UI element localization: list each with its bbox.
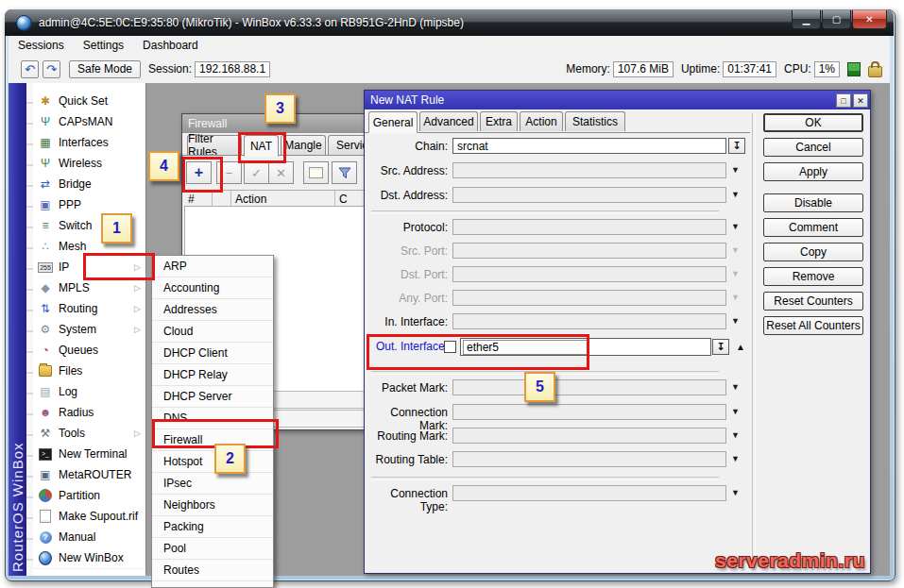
submenu-item-dhcp-server[interactable]: DHCP Server bbox=[152, 386, 273, 408]
src-address-input[interactable] bbox=[452, 162, 726, 178]
separator bbox=[371, 210, 719, 214]
chevron-down-icon[interactable]: ▼ bbox=[731, 430, 740, 440]
chevron-down-icon[interactable]: ▼ bbox=[731, 382, 740, 392]
dst-address-input[interactable] bbox=[452, 187, 726, 203]
any-port-input[interactable] bbox=[452, 290, 726, 306]
chevron-down-icon[interactable]: ▼ bbox=[731, 165, 740, 175]
sidebar-item-new-winbox[interactable]: New WinBox bbox=[33, 547, 145, 569]
menu-dashboard[interactable]: Dashboard bbox=[133, 36, 208, 55]
sidebar-item-capsman[interactable]: ΨCAPsMAN bbox=[33, 111, 145, 133]
tab-general[interactable]: General bbox=[368, 111, 418, 133]
maximize-button[interactable]: ▢ bbox=[822, 10, 851, 29]
chevron-down-icon[interactable]: ▼ bbox=[731, 407, 740, 416]
tab-filter-rules[interactable]: Filter Rules bbox=[187, 135, 242, 155]
tab-action[interactable]: Action bbox=[520, 111, 563, 131]
apply-button[interactable]: Apply bbox=[763, 162, 863, 181]
connection-type-input[interactable] bbox=[452, 485, 726, 501]
sidebar-item-metarouter[interactable]: ▣MetaROUTER bbox=[33, 464, 145, 486]
col-action[interactable]: Action bbox=[231, 191, 335, 207]
close-button[interactable]: ✕ bbox=[852, 10, 887, 29]
remove-button[interactable]: Remove bbox=[763, 267, 863, 286]
dst-port-input[interactable] bbox=[452, 266, 726, 282]
copy-button[interactable]: Copy bbox=[763, 243, 863, 261]
menu-settings[interactable]: Settings bbox=[74, 36, 133, 55]
out-interface-dropdown-button[interactable]: ↧ bbox=[712, 339, 729, 355]
undo-button[interactable]: ↶ bbox=[21, 60, 39, 78]
chevron-down-icon[interactable]: ▼ bbox=[731, 454, 740, 463]
connection-mark-input[interactable] bbox=[452, 404, 726, 420]
in-interface-input[interactable] bbox=[452, 313, 726, 329]
reset-all-counters-button[interactable]: Reset All Counters bbox=[763, 316, 863, 335]
tab-advanced[interactable]: Advanced bbox=[419, 111, 478, 131]
col-number[interactable]: # bbox=[184, 191, 213, 207]
submenu-item-smb[interactable]: SMB bbox=[152, 581, 273, 588]
safe-mode-button[interactable]: Safe Mode bbox=[69, 60, 141, 78]
sidebar-item-mpls[interactable]: ◆MPLS▷ bbox=[33, 277, 145, 299]
submenu-item-ipsec[interactable]: IPsec bbox=[152, 473, 273, 495]
disable-button[interactable]: Disable bbox=[763, 193, 863, 212]
submenu-item-neighbors[interactable]: Neighbors bbox=[152, 495, 273, 516]
redo-button[interactable]: ↷ bbox=[43, 60, 60, 78]
submenu-item-cloud[interactable]: Cloud bbox=[152, 321, 273, 343]
sidebar-item-log[interactable]: ▤Log bbox=[33, 381, 145, 403]
submenu-item-routes[interactable]: Routes bbox=[152, 560, 273, 581]
reset-counters-button[interactable]: Reset Counters bbox=[763, 292, 863, 311]
routing-table-input[interactable] bbox=[452, 451, 726, 467]
submenu-item-addresses[interactable]: Addresses bbox=[152, 299, 273, 321]
tab-extra[interactable]: Extra bbox=[480, 111, 518, 131]
chevron-down-icon[interactable]: ▼ bbox=[731, 190, 740, 199]
submenu-item-dhcp-client[interactable]: DHCP Client bbox=[152, 343, 273, 364]
src-port-input[interactable] bbox=[452, 243, 726, 259]
minimize-button[interactable]: ▁ bbox=[792, 10, 821, 29]
cancel-button[interactable]: Cancel bbox=[763, 138, 863, 157]
comment-rule-button[interactable] bbox=[303, 161, 329, 184]
sidebar-item-manual[interactable]: ?Manual bbox=[33, 527, 145, 548]
chevron-down-icon[interactable]: ▼ bbox=[731, 488, 740, 497]
sidebar-item-partition[interactable]: Partition bbox=[33, 485, 145, 507]
submenu-item-packing[interactable]: Packing bbox=[152, 516, 273, 538]
sidebar-item-queues[interactable]: ◔Queues bbox=[33, 340, 145, 361]
collapse-up-icon[interactable]: ▲ bbox=[736, 342, 745, 352]
menu-sessions[interactable]: Sessions bbox=[9, 36, 74, 55]
nat-title-bar[interactable]: New NAT Rule bbox=[365, 91, 870, 109]
tab-mangle[interactable]: Mangle bbox=[281, 135, 326, 155]
filter-button[interactable] bbox=[332, 161, 357, 184]
nat-maximize-button[interactable]: □ bbox=[836, 93, 851, 108]
chevron-down-icon[interactable]: ▼ bbox=[731, 222, 740, 231]
sidebar-item-new-terminal[interactable]: >_New Terminal bbox=[33, 444, 145, 465]
sidebar-item-quick-set[interactable]: ✱Quick Set bbox=[33, 91, 145, 112]
sidebar-item-tools[interactable]: ⚒Tools▷ bbox=[33, 423, 145, 445]
title-bar[interactable]: admin@4C:5E:0C:E9:35:80 (MikroTik) - Win… bbox=[5, 9, 894, 36]
cpu-label: CPU: bbox=[784, 62, 811, 76]
nat-close-button[interactable]: ✕ bbox=[853, 93, 868, 108]
col-flags[interactable] bbox=[213, 191, 231, 207]
protocol-input[interactable] bbox=[452, 219, 726, 235]
submenu-item-dhcp-relay[interactable]: DHCP Relay bbox=[152, 364, 273, 386]
sidebar-item-routing[interactable]: ⇅Routing▷ bbox=[33, 298, 145, 320]
chain-input[interactable]: srcnat bbox=[452, 138, 726, 154]
enable-rule-button[interactable]: ✓ bbox=[244, 161, 269, 184]
disable-rule-button[interactable]: ✕ bbox=[268, 161, 294, 184]
tab-statistics[interactable]: Statistics bbox=[565, 111, 625, 131]
session-field[interactable]: 192.168.88.1 bbox=[195, 61, 270, 77]
submenu-item-arp[interactable]: ARP bbox=[152, 256, 273, 277]
sidebar-item-wireless[interactable]: ΨWireless bbox=[33, 153, 145, 175]
submenu-item-accounting[interactable]: Accounting bbox=[152, 277, 273, 299]
ok-button[interactable]: OK bbox=[763, 113, 863, 132]
callout-2: 2 bbox=[214, 444, 246, 474]
packet-mark-input[interactable] bbox=[452, 379, 726, 395]
sidebar-item-bridge[interactable]: ⇄Bridge bbox=[33, 174, 145, 195]
sidebar-item-files[interactable]: Files bbox=[33, 361, 145, 382]
sidebar-item-radius[interactable]: ☻Radius bbox=[33, 402, 145, 424]
submenu-item-hotspot[interactable]: Hotspot bbox=[152, 451, 273, 473]
submenu-item-pool[interactable]: Pool bbox=[152, 538, 273, 560]
chevron-down-icon[interactable]: ▼ bbox=[731, 316, 740, 326]
uptime-label: Uptime: bbox=[681, 62, 720, 76]
sidebar-item-make-supout[interactable]: Make Supout.rif bbox=[33, 506, 145, 528]
chain-dropdown-button[interactable]: ↧ bbox=[728, 138, 745, 154]
wand-icon: ✱ bbox=[39, 94, 52, 108]
sidebar-item-interfaces[interactable]: ▦Interfaces bbox=[33, 132, 145, 154]
routing-mark-input[interactable] bbox=[452, 428, 726, 444]
sidebar-item-system[interactable]: ⚙System▷ bbox=[33, 319, 145, 341]
comment-button[interactable]: Comment bbox=[763, 218, 863, 237]
